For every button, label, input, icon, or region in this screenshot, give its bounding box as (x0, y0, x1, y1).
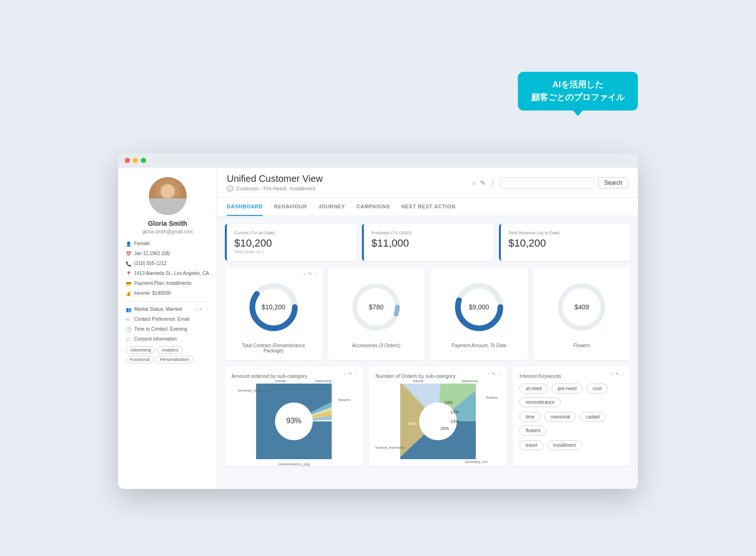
pie-pct-38: 38% (408, 421, 417, 426)
tag-functional[interactable]: Functional (126, 356, 154, 363)
pie-left-title: Amount ordered by sub-category (232, 373, 357, 379)
pie-right-card: ○ ✎ ⋮ Number of Orders by sub-category t… (369, 367, 507, 466)
donut-label-3: $409 (575, 303, 589, 311)
maximize-dot[interactable] (141, 158, 146, 163)
edit-icon[interactable]: ✎ (199, 307, 203, 312)
info-icon-pie-r[interactable]: ○ (487, 371, 490, 376)
chart-title-0: Total Contract (Remembrance Package) (232, 343, 316, 353)
search-button[interactable]: Search (598, 177, 628, 188)
keywords-card: ○ ✎ ⋮ Interest Keywords at-need pre-need… (513, 367, 630, 466)
stat-value-0: $10,200 (234, 237, 349, 249)
pie-pct-13a: 13% (444, 400, 453, 405)
keywords-row-2: travel installment (519, 440, 624, 450)
pie-right-label-flowers: flowers (486, 395, 498, 400)
tag-personalisation[interactable]: Personalisation (156, 356, 194, 363)
edit-icon-0[interactable]: ✎ (308, 271, 312, 276)
pie-right-chart: tribute stationery flowers cemetary_svc … (376, 384, 501, 459)
info-icon-kw[interactable]: ○ (610, 371, 613, 376)
tab-bar: DASHBOARD BEHAVIOUR JOURNEY CAMPAIGNS NE… (217, 198, 638, 216)
info-icon-0[interactable]: ○ (303, 271, 306, 276)
pie-left-label-remembrance: remembrance_pkg (278, 462, 310, 466)
gender-icon: 👤 (126, 241, 131, 247)
sidebar-income: 💰 Income: $140000 (126, 291, 209, 297)
close-dot[interactable] (125, 158, 130, 163)
page-subtitle: Customer - Pre-Need - Installment (227, 185, 323, 192)
edit-icon-pie-r[interactable]: ✎ (492, 371, 496, 376)
stat-sub-0: Total Order of 1 (234, 249, 349, 254)
more-icon[interactable]: ⋮ (205, 307, 209, 312)
pie-right-label-funeral: funeral_memorial (376, 445, 405, 450)
pie-left-label-flowers: flowers (338, 398, 350, 402)
pie-left-chart: tribute stationery flowers services_faci… (232, 384, 357, 459)
email-icon: ✉ (126, 317, 131, 323)
settings-icon[interactable]: ○ (472, 179, 476, 187)
sidebar: Gloria Smith gloria.smith@gmail.com 👤 Fe… (118, 168, 217, 489)
kw-pre-need[interactable]: pre-need (551, 384, 583, 393)
keywords-icons: ○ ✎ ⋮ (610, 371, 626, 376)
search-input[interactable] (500, 177, 594, 188)
sidebar-divider (126, 301, 209, 302)
kw-flowers[interactable]: flowers (519, 426, 547, 436)
tab-dashboard[interactable]: DASHBOARD (227, 198, 263, 216)
page-title-section: Unified Customer View Customer - Pre-Nee… (227, 173, 323, 192)
sidebar-time-contact: 🕐 Time to Contact: Evening (126, 326, 209, 333)
bottom-row: ○ ✎ ⋮ Amount ordered by sub-category tri… (225, 367, 630, 466)
dashboard: Current LTV (to Date) $10,200 Total Orde… (217, 216, 638, 489)
sidebar-info: 👤 Female 📅 Jan 12,1962 (58) 📞 (310) 555-… (126, 241, 209, 363)
more-icon-0[interactable]: ⋮ (314, 271, 318, 276)
tag-advertising[interactable]: Advertising (126, 346, 155, 354)
pie-pct-13c: 13% (451, 419, 459, 424)
keywords-grid: at-need pre-need cost remembrance time m… (519, 384, 624, 450)
tab-behaviour[interactable]: BEHAVIOUR (274, 198, 307, 216)
sidebar-consent: ☑ Consent Information (126, 336, 209, 342)
browser-window: Gloria Smith gloria.smith@gmail.com 👤 Fe… (118, 153, 638, 489)
keywords-row-0: at-need pre-need cost remembrance (519, 384, 624, 407)
tab-journey[interactable]: JOURNEY (318, 198, 345, 216)
kw-travel[interactable]: travel (519, 440, 543, 450)
chart-title-1: Accessories (3 Orders) (352, 343, 400, 348)
edit-icon-pie-l[interactable]: ✎ (348, 371, 352, 376)
sidebar-marital: 👥 Marital Status: Married (126, 307, 182, 313)
more-icon-pie-r[interactable]: ⋮ (498, 371, 502, 376)
kw-cost[interactable]: cost (586, 384, 607, 393)
pie-pct-25: 25% (440, 426, 449, 431)
kw-memorial[interactable]: memorial (544, 412, 576, 422)
more-icon-kw[interactable]: ⋮ (621, 371, 626, 376)
search-area: ○ ✎ ⋮ Search (472, 177, 629, 188)
more-icon-pie-l[interactable]: ⋮ (354, 371, 359, 376)
kw-installment[interactable]: installment (547, 440, 582, 450)
pie-left-label-services: services_facilities (238, 388, 267, 393)
kw-at-need[interactable]: at-need (519, 384, 548, 393)
minimize-dot[interactable] (133, 158, 138, 163)
donut-1: $780 (348, 279, 404, 335)
info-icon-pie-l[interactable]: ○ (344, 371, 346, 376)
edit-icon-header[interactable]: ✎ (480, 179, 486, 187)
kw-time[interactable]: time (519, 412, 541, 422)
stat-total-revenue: Total Revenue (Up to Date) $10,200 (499, 224, 630, 261)
pie-left-svg: 93% (256, 384, 332, 459)
kw-remembrance[interactable]: remembrance (519, 397, 561, 407)
donut-label-2: $9,000 (469, 303, 489, 311)
tooltip-line1: AIを活用した (531, 78, 625, 91)
tab-next-best-action[interactable]: NEXT BEST ACTION (401, 198, 455, 216)
donut-label-1: $780 (369, 303, 384, 311)
location-icon: 📍 (126, 271, 131, 277)
svg-rect-2 (230, 188, 231, 190)
income-icon: 💰 (126, 291, 131, 297)
kw-casket[interactable]: casket (580, 412, 606, 422)
subtitle-icon (227, 185, 233, 192)
donut-card-0: ○ ✎ ⋮ $10,200 Total C (225, 267, 322, 360)
chart-title-2: Payment Amount, To Date (452, 343, 507, 348)
donut-2: $9,000 (451, 279, 507, 335)
edit-icon-kw[interactable]: ✎ (615, 371, 619, 376)
browser-chrome (118, 153, 638, 168)
sidebar-payment: 💳 Payment Plan: Installments (126, 281, 209, 287)
svg-text:93%: 93% (286, 417, 301, 425)
sidebar-actions: ○ ✎ ⋮ (194, 307, 209, 312)
chart-title-3: Flowers (574, 343, 590, 348)
pie-pct-13b: 13% (451, 410, 459, 414)
info-icon[interactable]: ○ (194, 307, 197, 312)
tab-campaigns[interactable]: CAMPAIGNS (356, 198, 390, 216)
more-icon-header[interactable]: ⋮ (490, 179, 496, 187)
tag-analytics[interactable]: Analytics (157, 346, 183, 354)
